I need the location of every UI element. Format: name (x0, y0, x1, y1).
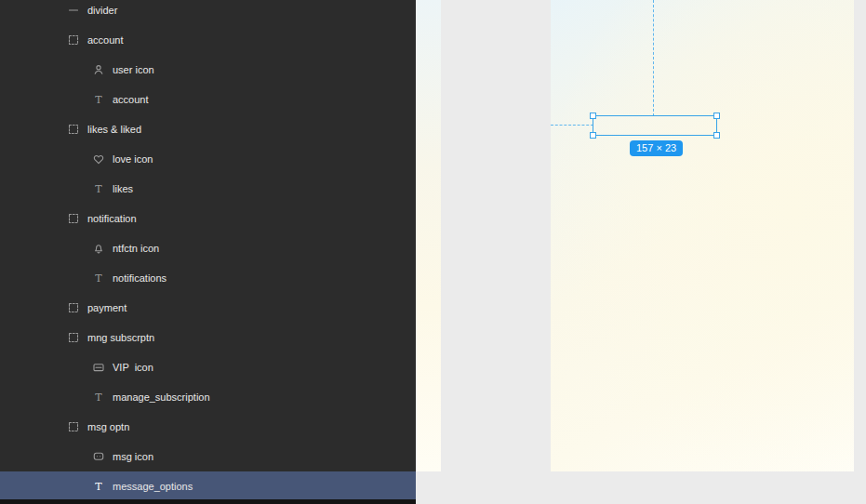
frame-icon (67, 301, 80, 314)
text-icon: T (92, 93, 105, 106)
layer-row-vip-icon[interactable]: VIP icon (0, 352, 416, 382)
layer-label: divider (87, 5, 117, 16)
svg-text:T: T (95, 481, 102, 493)
layer-label: love icon (113, 153, 153, 165)
layer-row-message-options[interactable]: T message_options (0, 471, 416, 501)
layer-label: ntfctn icon (113, 243, 159, 254)
layer-row-account[interactable]: T account (0, 85, 416, 114)
layer-label: manage_subscription (113, 391, 210, 403)
design-frame-settings-menu[interactable]: Notifications VIP Manage Subscriptions P… (551, 0, 854, 471)
selection-box-message-options[interactable] (593, 115, 717, 136)
frame-icon (67, 123, 80, 136)
user-icon (92, 63, 105, 76)
layer-row-likes-liked[interactable]: likes & liked (0, 114, 416, 144)
selection-handle-bottom-left[interactable] (590, 132, 596, 139)
layer-row-likes[interactable]: T likes (0, 174, 416, 204)
frame-icon (67, 331, 80, 344)
layer-label: msg icon (113, 451, 153, 462)
selection-handle-top-left[interactable] (590, 113, 596, 119)
layer-row-account[interactable]: account (0, 25, 416, 55)
layer-row-ntfctn-icon[interactable]: ntfctn icon (0, 233, 416, 263)
layer-row-payment[interactable]: payment (0, 293, 416, 323)
layer-row-notifications[interactable]: T notifications (0, 263, 416, 293)
layer-label: user icon (113, 64, 154, 75)
layer-label: mng subscrptn (87, 332, 154, 343)
layer-row-notification[interactable]: notification (0, 204, 416, 233)
divider-line-icon (67, 4, 80, 17)
layer-label: likes (113, 183, 133, 194)
layer-label: account (87, 34, 124, 46)
svg-text:T: T (95, 272, 102, 285)
svg-text:T: T (95, 183, 102, 195)
layer-label: notification (87, 213, 137, 224)
frame-icon (67, 212, 80, 225)
layer-row-manage-subscription[interactable]: T manage_subscription (0, 382, 416, 412)
svg-text:T: T (95, 94, 102, 106)
layer-label: VIP icon (113, 362, 153, 373)
heart-icon (92, 153, 105, 166)
layer-row-user-icon[interactable]: user icon (0, 55, 416, 85)
text-icon: T (92, 272, 105, 285)
layer-row-mng-subscrptn[interactable]: mng subscrptn (0, 323, 416, 352)
panel-bottom-strip (0, 499, 416, 504)
svg-text:T: T (95, 391, 102, 404)
bell-outline-icon (92, 242, 105, 255)
layer-label: likes & liked (87, 124, 141, 135)
snap-guide-vertical (653, 0, 654, 116)
selection-handle-top-right[interactable] (713, 113, 720, 119)
text-icon: T (92, 391, 105, 404)
layers-panel: divider account user icon T account like… (0, 0, 416, 504)
message-outline-icon (92, 450, 105, 463)
frame-icon (67, 420, 80, 433)
selection-handle-bottom-right[interactable] (713, 132, 720, 139)
layers-list: divider account user icon T account like… (0, 0, 416, 501)
card-outline-icon (92, 361, 105, 374)
layer-label: payment (87, 302, 127, 313)
partial-frame-edge (416, 0, 441, 471)
layer-row-msg-optn[interactable]: msg optn (0, 412, 416, 442)
layer-row-love-icon[interactable]: love icon (0, 144, 416, 174)
text-icon: T (92, 182, 105, 195)
layer-label: msg optn (87, 421, 129, 432)
layer-label: message_options (113, 481, 193, 492)
selection-size-badge: 157 × 23 (630, 140, 683, 156)
layer-row-msg-icon[interactable]: msg icon (0, 442, 416, 471)
layer-label: account (113, 94, 149, 105)
layer-label: notifications (113, 272, 167, 284)
snap-guide-horizontal (551, 125, 593, 126)
text-icon: T (92, 480, 105, 493)
layer-row-divider[interactable]: divider (0, 0, 416, 25)
frame-icon (67, 33, 80, 46)
